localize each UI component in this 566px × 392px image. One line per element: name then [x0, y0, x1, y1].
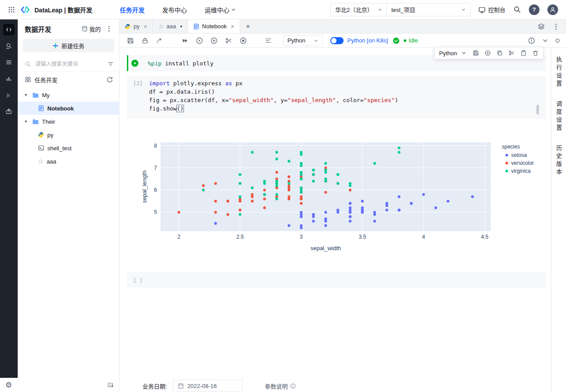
close-icon[interactable]: × — [231, 23, 234, 30]
sidebar-footer: ⚙ — [0, 378, 119, 392]
outline-icon[interactable] — [265, 37, 272, 44]
sidebar: 数据开发 我的 ⋮ 新建任务 任务开发 — [18, 19, 119, 378]
run-cell-icon[interactable] — [196, 37, 203, 44]
code-cell-2[interactable]: [2] import plotly.express as pxdf = px.d… — [127, 76, 546, 118]
tree-folder-my[interactable]: ▾ My — [18, 88, 119, 102]
refresh-icon[interactable] — [107, 76, 113, 83]
chevron-down-icon[interactable]: ▾ — [25, 119, 29, 124]
search-input[interactable] — [34, 61, 104, 68]
toolbar-right — [528, 34, 560, 48]
tree-item-py[interactable]: py — [18, 128, 119, 141]
database-icon — [82, 26, 88, 32]
rail-metrics-icon[interactable] — [3, 73, 15, 84]
cut-cell-icon[interactable] — [509, 50, 515, 56]
search-icon — [25, 61, 31, 67]
folder-icon — [32, 92, 39, 98]
interrupt-icon[interactable] — [240, 37, 247, 44]
console-link[interactable]: 控制台 — [478, 5, 505, 14]
copy-cell-icon[interactable] — [497, 50, 503, 56]
dot-circle-icon[interactable] — [555, 38, 560, 43]
collapse-chevron-icon[interactable] — [542, 38, 548, 44]
calendar-icon — [178, 383, 184, 389]
chevron-down-icon[interactable]: ▾ — [25, 93, 29, 97]
rail-resource-icon[interactable] — [3, 106, 15, 117]
scatter-plot[interactable]: 22.533.544.55678sepal_widthsepal_lengths… — [133, 133, 548, 261]
chevron-down-icon — [231, 8, 236, 12]
svg-text:sepal_length: sepal_length — [141, 171, 148, 203]
chevron-down-icon — [462, 51, 466, 55]
tabbar-right: ⋮ — [538, 19, 562, 34]
svg-text:versicolor: versicolor — [511, 160, 534, 166]
save-icon[interactable] — [127, 37, 134, 44]
empty-cell[interactable]: [ ] — [127, 272, 546, 288]
tab-label: py — [134, 23, 140, 30]
save-cell-icon[interactable] — [473, 50, 479, 56]
sidebar-kebab-icon[interactable]: ⋮ — [103, 25, 115, 33]
run-all-icon[interactable] — [181, 37, 188, 44]
tab-label: Notebook — [202, 23, 227, 30]
chevron-down-icon — [378, 8, 382, 12]
rail-catalog-icon[interactable] — [3, 57, 15, 68]
empty-cell-gutter: [ ] — [127, 276, 149, 284]
search-icon[interactable] — [513, 6, 521, 13]
add-cell-icon[interactable] — [210, 37, 218, 44]
business-date-input[interactable]: 2022-08-16 — [173, 380, 243, 392]
tree-item-notebook[interactable]: Notebook — [18, 102, 119, 115]
nav-publish-center[interactable]: 发布中心 — [162, 5, 187, 14]
project-select[interactable]: test_项目 — [387, 4, 470, 16]
sort-list-icon[interactable] — [107, 381, 114, 388]
tab-aaa[interactable]: ☆ aaa ● — [153, 19, 188, 33]
region-select[interactable]: 华北2（北京） — [331, 4, 386, 16]
settings-gear-icon[interactable]: ⚙ — [5, 381, 12, 389]
star-icon: ☆ — [158, 23, 164, 30]
delete-cell-icon[interactable] — [532, 50, 539, 56]
tree-item-shell-test[interactable]: shell_test — [18, 141, 119, 155]
tree-folder-their[interactable]: ▾ Their — [18, 115, 119, 128]
task-dev-section: 任务开发 — [18, 72, 119, 88]
cut-icon[interactable] — [225, 37, 232, 44]
svg-text:6: 6 — [154, 187, 157, 193]
submit-icon[interactable] — [156, 37, 163, 44]
rail-explore-icon[interactable] — [3, 40, 15, 52]
cell-1-code[interactable]: %pip install plotly — [148, 59, 214, 68]
filter-icon[interactable] — [107, 61, 114, 67]
paste-cell-icon[interactable] — [520, 50, 527, 56]
avatar[interactable] — [547, 4, 558, 15]
mine-filter[interactable]: 我的 — [82, 25, 101, 33]
notebook-footer: 业务日期: 2022-08-16 参数说明 — [127, 378, 546, 392]
params-info[interactable]: 参数说明 — [265, 382, 296, 390]
kernel-select[interactable]: Python — [283, 35, 323, 46]
k8s-toggle[interactable] — [330, 37, 344, 44]
tree-item-aaa[interactable]: ☆ aaa — [18, 155, 119, 168]
rail-function-icon[interactable]: fx — [3, 89, 15, 101]
nav-task-dev[interactable]: 任务开发 — [120, 5, 145, 14]
new-tab-button[interactable]: + — [240, 19, 256, 33]
lock-icon[interactable] — [142, 37, 149, 44]
tab-notebook[interactable]: Notebook × — [188, 19, 240, 33]
close-icon[interactable]: × — [144, 23, 147, 30]
svg-text:8: 8 — [154, 143, 157, 149]
layers-icon[interactable] — [538, 23, 545, 30]
tab-sched-settings[interactable]: 调度设置 — [555, 101, 563, 133]
star-icon: ☆ — [38, 158, 44, 164]
cell-2-code[interactable]: import plotly.express as pxdf = px.data.… — [149, 79, 398, 118]
tab-exec-settings[interactable]: 执行设置 — [555, 57, 563, 88]
apps-grid-icon[interactable] — [8, 6, 15, 13]
nav-ops-center[interactable]: 运维中心 — [205, 5, 236, 14]
tab-py[interactable]: py × — [119, 19, 153, 33]
add-cell-below-icon[interactable] — [485, 50, 491, 56]
info-icon[interactable] — [528, 37, 535, 44]
kernel-ok-icon — [393, 37, 400, 44]
chart-output: 22.533.544.55678sepal_widthsepal_lengths… — [133, 133, 548, 261]
help-icon[interactable]: ? — [529, 4, 539, 15]
tree-label: shell_test — [47, 145, 72, 152]
info-icon — [290, 383, 296, 389]
cell-scrollbar[interactable] — [536, 105, 539, 114]
new-task-button[interactable]: 新建任务 — [23, 39, 114, 52]
run-cell-button[interactable] — [131, 60, 138, 67]
tabbar-kebab-icon[interactable]: ⋮ — [551, 23, 562, 30]
rail-data-dev-icon[interactable] — [3, 24, 15, 35]
tab-history-versions[interactable]: 历史版本 — [555, 145, 563, 177]
section-label: 任务开发 — [34, 76, 57, 84]
cell-kernel-select[interactable]: Python — [439, 50, 467, 57]
